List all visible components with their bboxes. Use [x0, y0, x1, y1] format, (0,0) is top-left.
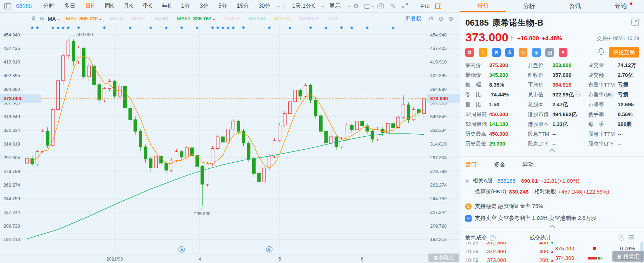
- chevron-down-icon[interactable]: [322, 6, 324, 9]
- device-badge[interactable]: ▤: [545, 48, 554, 57]
- legend-MA250[interactable]: MA250:: [249, 16, 266, 21]
- dollar-badge[interactable]: $: [505, 48, 514, 57]
- related-code[interactable]: 688185: [497, 178, 515, 184]
- svg-text:450.000: 450.000: [76, 32, 93, 37]
- help-question-icon[interactable]: ?: [490, 235, 496, 241]
- window-collapse-icon[interactable]: [4, 3, 11, 9]
- legend-MA120[interactable]: MA120:: [223, 16, 241, 21]
- collapse-chevron-icon[interactable]: [550, 225, 555, 230]
- f10-button[interactable]: F10: [421, 3, 430, 9]
- compound-period-dropdown[interactable]: 1天:1分K: [292, 2, 315, 10]
- timeframe-季K[interactable]: 季K: [143, 2, 152, 10]
- collapse-chevron-icon[interactable]: [550, 149, 555, 154]
- lightning-badge[interactable]: ⚡: [479, 48, 487, 57]
- stat-label: 股息率TTM: [588, 131, 618, 137]
- timeframe-15分[interactable]: 15分: [237, 2, 249, 10]
- timeframe-1分[interactable]: 1分: [181, 2, 190, 10]
- volume-bars: [588, 247, 616, 250]
- divider: [460, 173, 644, 173]
- subtab-异动[interactable]: 异动: [522, 161, 534, 169]
- short-sell-badge[interactable]: ✖: [492, 48, 501, 57]
- timeframe-5分[interactable]: 5分: [218, 2, 227, 10]
- hk-flower-badge[interactable]: ✿: [465, 48, 474, 57]
- panel-toggle-orange-icon[interactable]: [435, 4, 441, 9]
- legend-MA500[interactable]: MA500:: [274, 16, 291, 21]
- ma-dropdown[interactable]: MA: [48, 16, 60, 22]
- stats-cell: 港股市值494.862亿: [528, 111, 588, 118]
- stats-cell: 52周最低141.100: [465, 121, 528, 128]
- camera-icon[interactable]: [377, 3, 384, 9]
- timeframe-3分[interactable]: 3分: [200, 2, 209, 10]
- timeframe-月K[interactable]: 月K: [124, 2, 133, 10]
- svg-text:384.880: 384.880: [430, 87, 447, 92]
- legend-MA1[interactable]: MA1:: [327, 16, 339, 21]
- zoom-in-icon[interactable]: ⊕: [448, 15, 453, 22]
- candlestick-chart[interactable]: EE454.940454.940437.425437.425419.910419…: [0, 25, 460, 263]
- indicator-close-icon[interactable]: ⊗: [39, 16, 44, 21]
- more-ellipsis-icon[interactable]: •••: [619, 235, 624, 241]
- depth-subtabs: 盘口资金异动: [465, 157, 639, 173]
- stat-value: --: [618, 131, 621, 137]
- quick-trade-button[interactable]: 快捷交易: [609, 47, 639, 58]
- chevron-down-icon[interactable]: [371, 6, 374, 9]
- stock-code: 06185: [465, 18, 489, 28]
- subtab-盘口[interactable]: 盘口: [465, 161, 477, 169]
- adjust-mode-link[interactable]: 不复权: [405, 15, 421, 22]
- timeframe-多日[interactable]: 多日: [64, 2, 75, 10]
- legend-MA10[interactable]: MA10:: [110, 16, 124, 21]
- tick-price: 372.800: [487, 248, 517, 254]
- timeframe-日K[interactable]: 日K: [85, 2, 95, 10]
- legend-MA1000[interactable]: MA1000:: [299, 16, 320, 21]
- list-icon[interactable]: [629, 235, 634, 241]
- legend-MA5[interactable]: MA5: 359.720▲: [66, 16, 102, 21]
- tab-分析[interactable]: 分析: [506, 0, 552, 12]
- legend-label: MA5:: [66, 16, 79, 21]
- subtab-资金[interactable]: 资金: [494, 161, 505, 169]
- stats-row: 振 幅8.35%平均价364.916市盈率TTM亏损: [465, 80, 639, 90]
- bell-icon[interactable]: [598, 48, 605, 57]
- legend-MA30[interactable]: MA30:: [155, 16, 169, 21]
- stats-cell: 总市值922.99亿•••: [528, 92, 588, 98]
- timeframe-年K[interactable]: 年K: [162, 2, 171, 10]
- fullscreen-icon[interactable]: [402, 3, 408, 9]
- gear-icon[interactable]: ⚙: [353, 3, 359, 9]
- timeframe-30分[interactable]: 30分: [258, 2, 270, 10]
- chevron-down-icon[interactable]: [277, 6, 280, 9]
- layout-square-icon[interactable]: [364, 4, 369, 9]
- legend-MA20[interactable]: MA20:: [132, 16, 147, 21]
- stat-label: 开盘价: [528, 62, 552, 69]
- chevron-down-icon[interactable]: [347, 6, 350, 9]
- timeframe-周K[interactable]: 周K: [104, 2, 114, 10]
- stat-label: 港股股本: [528, 121, 552, 128]
- tab-报价[interactable]: 报价: [460, 0, 506, 12]
- tag-badge[interactable]: ◈: [532, 48, 541, 57]
- legend-value: 359.720: [79, 16, 98, 21]
- undo-icon[interactable]: ↺: [428, 15, 433, 22]
- stats-row: 量 比1.50总股本2.47亿市净率12.695: [465, 100, 639, 109]
- toolbar-symbol[interactable]: 06185: [16, 3, 32, 9]
- stats-cell: 每 手200股: [588, 121, 639, 128]
- tab-label: 分析: [523, 2, 535, 10]
- stats-cell: 平均价364.916: [528, 82, 588, 88]
- stat-value: 2.70亿: [618, 72, 633, 79]
- margin-dollar-icon: $: [465, 203, 472, 210]
- zoom-out-icon[interactable]: ⊖: [439, 15, 443, 22]
- panel-layout-icon[interactable]: [631, 19, 639, 27]
- tab-资讯[interactable]: 资讯: [552, 0, 598, 12]
- stat-label: 历史最高: [465, 131, 489, 137]
- stats-row: 历史最低29.300股息LFY--股息率LFY--: [465, 139, 639, 149]
- stat-value: 200股: [618, 121, 632, 128]
- svg-text:437.425: 437.425: [4, 46, 20, 51]
- display-dropdown[interactable]: 显示: [329, 2, 341, 10]
- info-ellipsis-icon[interactable]: •••: [576, 92, 581, 97]
- indicator-settings-gear-icon[interactable]: ⚙: [31, 16, 36, 21]
- timeframe-分时[interactable]: 分时: [43, 2, 54, 10]
- wave-badge[interactable]: ∿: [519, 48, 527, 57]
- legend-MA60[interactable]: MA60: 326.767▲: [177, 16, 216, 21]
- svg-text:E: E: [180, 247, 183, 251]
- stat-value: --: [552, 131, 556, 137]
- tab-评论[interactable]: 评论: [598, 0, 644, 12]
- heart-badge[interactable]: ♥: [559, 48, 567, 57]
- pencil-icon[interactable]: ✎: [390, 3, 395, 9]
- stat-label: 52周最高: [465, 111, 489, 118]
